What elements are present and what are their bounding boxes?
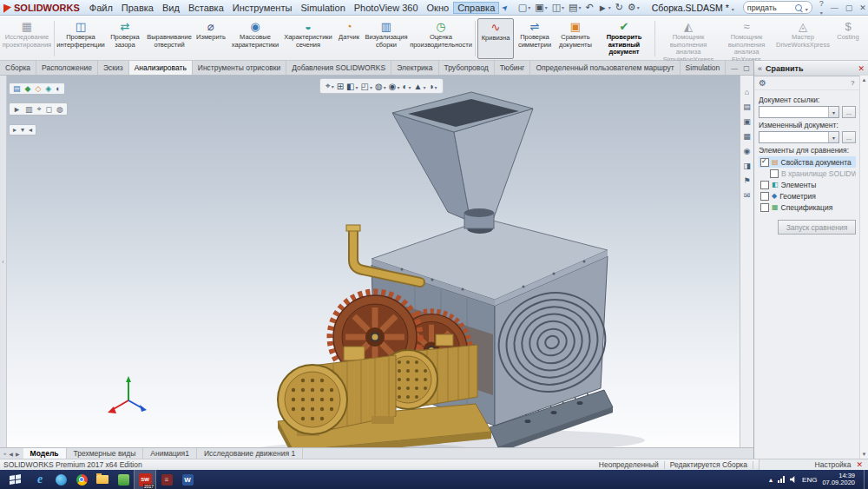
taskbar-green-app[interactable] <box>113 470 134 489</box>
tab-assembly[interactable]: Сборка <box>0 61 36 75</box>
options-button[interactable]: ⚙ <box>626 2 641 13</box>
taskbar-ie[interactable]: e <box>30 470 50 489</box>
search-dropdown-icon[interactable] <box>805 3 808 13</box>
propertymanager-icon[interactable]: ◆ <box>25 84 31 93</box>
ribbon-button-performance-evaluation[interactable]: ◷ Оценка производительности <box>409 18 473 59</box>
configurationmanager-icon[interactable]: ◇ <box>35 84 41 93</box>
ribbon-button-assembly-visualization[interactable]: ▥ Визуализация сборки <box>364 18 409 59</box>
menu-photoview[interactable]: PhotoView 360 <box>350 2 423 14</box>
search-input[interactable] <box>747 3 792 12</box>
scroll-up-icon[interactable] <box>862 77 867 83</box>
volume-icon[interactable] <box>790 476 797 483</box>
hidden-icons-chevron[interactable] <box>769 476 773 484</box>
hide-show-items-button[interactable]: ◉ <box>389 82 400 91</box>
ribbon-button-floxpress[interactable]: ≈ Помощник выполнения анализа FloXpress <box>720 18 773 59</box>
document-minimize-button[interactable]: — <box>731 64 738 72</box>
bom-checkbox[interactable] <box>760 203 769 212</box>
view-settings-button[interactable]: ◑ <box>428 82 437 91</box>
reference-document-browse-button[interactable]: ... <box>842 106 856 118</box>
taskbar-solidworks[interactable]: SW 2017 <box>134 470 156 489</box>
compare-help-icon[interactable] <box>851 79 854 87</box>
ribbon-button-simulationxpress[interactable]: ◭ Помощник выполнения анализа Simulation… <box>657 18 720 59</box>
featuremanager-splitter[interactable] <box>0 76 7 447</box>
show-desktop-button[interactable] <box>864 470 868 489</box>
select-button[interactable]: ► <box>596 3 613 13</box>
ribbon-button-driveworksxpress[interactable]: ◬ Мастер DriveWorksXpress <box>773 18 832 59</box>
taskbar-clock[interactable]: 14:39 07.09.2020 <box>822 472 855 487</box>
ribbon-button-design-study[interactable]: ▦ Исследование проектирования <box>2 18 52 59</box>
hopper[interactable] <box>392 92 533 228</box>
checkbox-row-document-properties[interactable]: ▤ Свойства документа <box>759 156 856 168</box>
section-view-button[interactable]: ◧ <box>346 82 358 91</box>
open-document-button[interactable]: ▣ <box>533 2 549 13</box>
menu-edit[interactable]: Правка <box>117 2 158 14</box>
checkbox-row-bom[interactable]: ▦ Спецификация <box>759 202 856 213</box>
tab-motion-study1[interactable]: Исследование движения 1 <box>197 448 303 459</box>
tab-electrical[interactable]: Электрика <box>391 61 438 75</box>
features-checkbox[interactable] <box>760 181 769 189</box>
custom-properties-icon[interactable]: ⚑ <box>743 176 750 185</box>
tab-tubing[interactable]: Тюбинг <box>495 61 531 75</box>
tab-simulation[interactable]: Simulation <box>681 61 727 75</box>
document-title-dropdown-icon[interactable] <box>731 3 734 13</box>
window-close-button[interactable]: ✕ <box>859 3 866 12</box>
combo-dropdown-icon[interactable] <box>828 107 838 117</box>
ribbon-button-sensor[interactable]: ◔ Датчик <box>334 18 364 59</box>
view-orientation-button[interactable]: ◰ <box>361 82 372 91</box>
taskbar-winrar[interactable]: ≡ <box>156 470 177 489</box>
design-library-icon[interactable]: ▤ <box>743 102 751 111</box>
network-icon[interactable] <box>778 476 785 483</box>
ribbon-button-measure[interactable]: ⌀ Измерить <box>194 18 228 59</box>
menu-insert[interactable]: Вставка <box>184 2 228 14</box>
hierarchy-icon[interactable]: ▥ <box>25 105 33 114</box>
document-title[interactable]: Сборка.SLDASM * <box>652 3 734 13</box>
statusbar-close-icon[interactable] <box>856 460 863 469</box>
window-restore-button[interactable]: ▢ <box>845 3 853 12</box>
language-indicator[interactable]: ENG <box>802 476 817 484</box>
tab-layout[interactable]: Расположение <box>36 61 98 75</box>
zoom-area-button[interactable]: ⊞ <box>337 82 344 91</box>
filter-icon[interactable]: ⌖ <box>36 104 41 114</box>
menu-help[interactable]: Справка <box>453 2 499 14</box>
start-button[interactable] <box>0 470 30 489</box>
first-tab-icon[interactable] <box>3 451 6 456</box>
solidworks-forum-icon[interactable]: ✉ <box>744 191 751 200</box>
modified-document-combobox[interactable] <box>759 131 839 143</box>
ribbon-button-interference-check[interactable]: ◫ Проверка интерференции <box>56 18 105 59</box>
menu-file[interactable]: Файл <box>85 2 117 14</box>
dimxpert-icon[interactable]: ◈ <box>45 84 51 93</box>
menu-tools[interactable]: Инструменты <box>228 2 297 14</box>
task-pane-scrollbar[interactable] <box>859 76 868 459</box>
ribbon-button-section-properties[interactable]: ◒ Характеристики сечения <box>282 18 334 59</box>
tab-model[interactable]: Модель <box>23 448 67 459</box>
tab-piping[interactable]: Трубопровод <box>439 61 495 75</box>
compare-settings-icon[interactable] <box>759 78 766 88</box>
document-restore-button[interactable]: ▢ <box>743 64 750 72</box>
print-button[interactable]: ▤ <box>567 2 582 13</box>
graphics-area[interactable]: ⌖ ⊞ ◧ ◰ ◍ ◉ ◐ ▲ ◑ ▤ ◆ ◇ ◈ ◐ ► ▥ ⌖ ◻ ◍ ▸ … <box>7 76 740 447</box>
select-filter-icon[interactable]: ► <box>13 105 21 114</box>
featuremanager-tree-icon[interactable]: ▤ <box>13 84 21 93</box>
scenes-icon[interactable]: ◨ <box>743 162 751 170</box>
appearances-icon[interactable]: ◉ <box>744 147 751 155</box>
collapse-tree-icon[interactable]: ▾ <box>21 126 24 134</box>
ribbon-button-compare-documents[interactable]: ▣ Сравнить документы <box>556 18 595 59</box>
appearance-filter-icon[interactable]: ◍ <box>56 105 63 114</box>
modified-document-browse-button[interactable]: ... <box>842 131 856 143</box>
show-hide-tree-icon[interactable]: ◻ <box>46 105 52 114</box>
ribbon-button-mass-properties[interactable]: ◉ Массовые характеристики <box>228 18 282 59</box>
taskbar-word[interactable]: W <box>177 470 198 489</box>
menu-simulation[interactable]: Simulation <box>296 2 349 14</box>
3d-model-crusher-assembly[interactable] <box>7 76 740 447</box>
tab-solidworks-addins[interactable]: Добавления SOLIDWORKS <box>286 61 391 75</box>
ribbon-button-hole-alignment[interactable]: Выравнивание отверстий <box>145 18 194 59</box>
pin-tree-icon[interactable]: ◂ <box>29 126 32 134</box>
combo-dropdown-icon[interactable] <box>828 132 838 142</box>
search-icon[interactable] <box>795 4 802 11</box>
taskbar-explorer[interactable] <box>92 470 113 489</box>
ribbon-button-symmetry-check[interactable]: ⇌ Проверка симметрии <box>514 18 556 59</box>
close-panel-icon[interactable] <box>858 64 865 73</box>
expand-panel-icon[interactable] <box>758 64 762 73</box>
next-tab-icon[interactable] <box>16 451 20 457</box>
pdm-vault-checkbox[interactable] <box>770 169 779 178</box>
